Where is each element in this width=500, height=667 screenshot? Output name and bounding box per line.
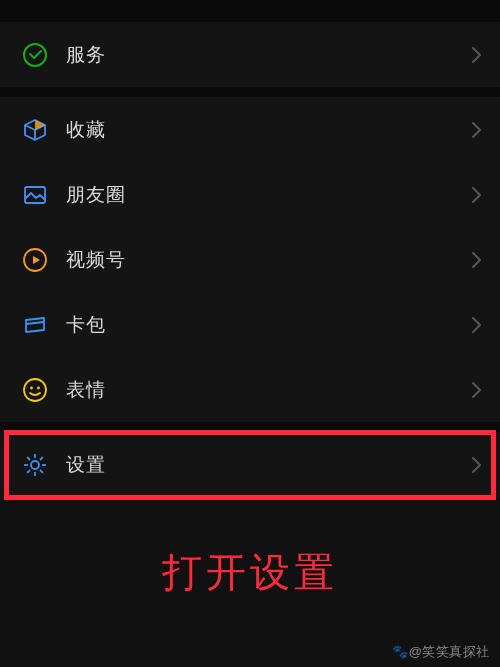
svg-point-6 <box>31 461 39 469</box>
svg-line-13 <box>40 457 43 460</box>
section-separator <box>0 422 500 432</box>
svg-line-11 <box>27 457 30 460</box>
svg-point-5 <box>37 386 40 389</box>
row-moments-label: 朋友圈 <box>66 182 472 208</box>
card-icon <box>22 312 48 338</box>
section-settings: 设置 <box>0 432 500 497</box>
gear-icon <box>22 452 48 478</box>
smile-icon <box>22 377 48 403</box>
row-channels-label: 视频号 <box>66 247 472 273</box>
row-favorites-label: 收藏 <box>66 117 472 143</box>
row-moments[interactable]: 朋友圈 <box>0 162 500 227</box>
svg-point-3 <box>24 379 46 401</box>
chevron-right-icon <box>472 317 482 333</box>
row-services-label: 服务 <box>66 42 472 68</box>
watermark: 🐾@笑笑真探社 <box>392 643 490 661</box>
svg-point-0 <box>24 44 46 66</box>
section-services: 服务 <box>0 22 500 87</box>
row-stickers[interactable]: 表情 <box>0 357 500 422</box>
row-channels[interactable]: 视频号 <box>0 227 500 292</box>
svg-point-4 <box>30 386 33 389</box>
chevron-right-icon <box>472 187 482 203</box>
section-separator <box>0 87 500 97</box>
row-services[interactable]: 服务 <box>0 22 500 87</box>
row-favorites[interactable]: 收藏 <box>0 97 500 162</box>
chevron-right-icon <box>472 382 482 398</box>
image-icon <box>22 182 48 208</box>
svg-line-12 <box>40 470 43 473</box>
play-circle-icon <box>22 247 48 273</box>
section-main: 收藏 朋友圈 视频号 <box>0 97 500 422</box>
me-tab-screen: 服务 收藏 <box>0 0 500 667</box>
row-cards[interactable]: 卡包 <box>0 292 500 357</box>
cube-icon <box>22 117 48 143</box>
wechat-pay-icon <box>22 42 48 68</box>
row-settings[interactable]: 设置 <box>0 432 500 497</box>
row-cards-label: 卡包 <box>66 312 472 338</box>
annotation-text: 打开设置 <box>0 545 500 600</box>
chevron-right-icon <box>472 252 482 268</box>
row-stickers-label: 表情 <box>66 377 472 403</box>
chevron-right-icon <box>472 457 482 473</box>
chevron-right-icon <box>472 47 482 63</box>
row-settings-label: 设置 <box>66 452 472 478</box>
svg-line-14 <box>27 470 30 473</box>
chevron-right-icon <box>472 122 482 138</box>
spacer-top <box>0 0 500 22</box>
